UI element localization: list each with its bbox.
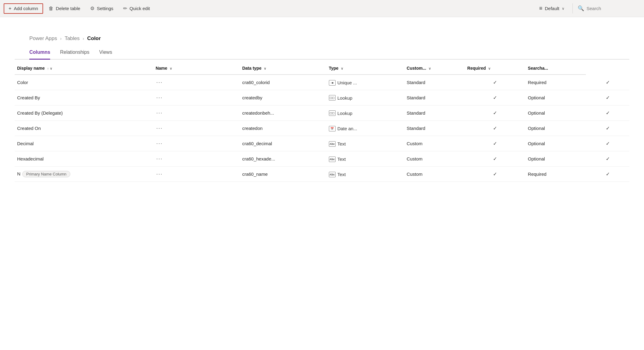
col-header-required[interactable]: Required ∨ (465, 62, 525, 75)
cell-schema-name: cra60_hexade... (240, 151, 326, 167)
chevron-down-icon: ∨ (562, 6, 565, 11)
cell-searchable: ✓ (586, 151, 629, 167)
data-type-icon: Lookup (329, 95, 352, 101)
cell-type: Standard (404, 121, 465, 136)
cell-display-name: Created By (15, 90, 153, 105)
dots-icon[interactable]: ··· (154, 125, 165, 131)
table-row: NPrimary Name Column···cra60_nameAbc Tex… (15, 167, 629, 182)
cell-required: Optional (525, 136, 586, 151)
custom-check-icon: ✓ (493, 110, 497, 116)
display-name-text: Decimal (17, 141, 34, 146)
col-header-datatype[interactable]: Data type ∨ (240, 62, 326, 75)
data-type-icon: Abc Text (329, 157, 346, 162)
chevron-datatype: ∨ (264, 67, 266, 70)
cell-dots-menu[interactable]: ··· (153, 167, 240, 182)
breadcrumb: Power Apps › Tables › Color (15, 27, 629, 46)
table-header-row: Display name ↑ ∨ Name ∨ Data type ∨ Type… (15, 62, 629, 75)
dots-icon[interactable]: ··· (154, 79, 165, 85)
data-type-icon: Abc Text (329, 172, 346, 177)
toolbar-right: ≡ Default ∨ 🔍 (535, 3, 640, 13)
cell-custom: ✓ (465, 121, 525, 136)
table-row: Color···cra60_colorid▫■ Unique ...Standa… (15, 75, 629, 90)
data-type-icon: 📅 Date an... (329, 126, 357, 131)
sort-icons-display-name: ↑ ∨ (47, 67, 52, 71)
col-header-custom[interactable]: Custom... ∨ (404, 62, 465, 75)
searchable-check-icon: ✓ (606, 171, 610, 177)
cell-display-name: Decimal (15, 136, 153, 151)
cell-data-type: 📅 Date an... (326, 121, 404, 136)
custom-check-icon: ✓ (493, 141, 497, 146)
tab-views[interactable]: Views (99, 46, 112, 60)
display-name-text: Created By (17, 95, 40, 100)
cell-dots-menu[interactable]: ··· (153, 136, 240, 151)
table-row: Hexadecimal···cra60_hexade...Abc TextCus… (15, 151, 629, 167)
cell-schema-name: cra60_name (240, 167, 326, 182)
custom-check-icon: ✓ (493, 95, 497, 100)
display-name-text: Color (17, 80, 28, 85)
breadcrumb-level1[interactable]: Power Apps (29, 35, 57, 42)
search-input[interactable] (587, 6, 635, 11)
cell-custom: ✓ (465, 75, 525, 90)
breadcrumb-level2[interactable]: Tables (64, 35, 79, 42)
tab-relationships[interactable]: Relationships (60, 46, 89, 60)
cell-type: Custom (404, 151, 465, 167)
cell-custom: ✓ (465, 136, 525, 151)
tab-columns[interactable]: Columns (29, 46, 50, 60)
cell-data-type: Abc Text (326, 151, 404, 167)
dots-icon[interactable]: ··· (154, 171, 165, 177)
cell-data-type: Abc Text (326, 136, 404, 151)
cell-dots-menu[interactable]: ··· (153, 121, 240, 136)
table-row: Created By···createdby LookupStandard✓Op… (15, 90, 629, 105)
hamburger-icon: ≡ (539, 5, 543, 12)
custom-check-icon: ✓ (493, 126, 497, 131)
searchable-check-icon: ✓ (606, 141, 610, 146)
cell-dots-menu[interactable]: ··· (153, 75, 240, 90)
cell-data-type: Lookup (326, 105, 404, 121)
data-type-icon: Abc Text (329, 141, 346, 147)
dots-icon[interactable]: ··· (154, 94, 165, 101)
display-name-text: Hexadecimal (17, 156, 44, 161)
cell-searchable: ✓ (586, 105, 629, 121)
cell-dots-menu[interactable]: ··· (153, 151, 240, 167)
cell-required: Optional (525, 105, 586, 121)
searchable-check-icon: ✓ (606, 95, 610, 100)
quick-edit-button[interactable]: ✏ Quick edit (119, 4, 154, 13)
cell-custom: ✓ (465, 105, 525, 121)
gear-icon: ⚙ (90, 6, 94, 11)
cell-data-type: Abc Text (326, 167, 404, 182)
default-label: Default (545, 6, 559, 11)
cell-searchable: ✓ (586, 90, 629, 105)
delete-table-button[interactable]: 🗑 Delete table (44, 4, 85, 13)
col-header-display-name[interactable]: Display name ↑ ∨ (15, 62, 153, 75)
col-header-name[interactable]: Name ∨ (153, 62, 240, 75)
chevron-name: ∨ (170, 67, 172, 70)
dots-icon[interactable]: ··· (154, 140, 165, 146)
cell-searchable: ✓ (586, 167, 629, 182)
dots-icon[interactable]: ··· (154, 110, 165, 116)
cell-custom: ✓ (465, 167, 525, 182)
cell-type: Standard (404, 90, 465, 105)
searchable-check-icon: ✓ (606, 80, 610, 85)
trash-icon: 🗑 (49, 6, 53, 11)
cell-dots-menu[interactable]: ··· (153, 105, 240, 121)
cell-required: Optional (525, 121, 586, 136)
cell-schema-name: cra60_decimal (240, 136, 326, 151)
breadcrumb-current: Color (87, 35, 101, 42)
cell-display-name: Color (15, 75, 153, 90)
add-column-button[interactable]: + Add column (4, 3, 43, 14)
cell-display-name: NPrimary Name Column (15, 167, 153, 182)
table-row: Created On···createdon📅 Date an...Standa… (15, 121, 629, 136)
cell-required: Optional (525, 90, 586, 105)
settings-button[interactable]: ⚙ Settings (86, 4, 118, 13)
dots-icon[interactable]: ··· (154, 156, 165, 162)
default-view-button[interactable]: ≡ Default ∨ (535, 3, 569, 13)
breadcrumb-sep2: › (83, 36, 84, 41)
cell-required: Required (525, 167, 586, 182)
cell-required: Required (525, 75, 586, 90)
col-header-type[interactable]: Type ∨ (326, 62, 404, 75)
cell-schema-name: cra60_colorid (240, 75, 326, 90)
chevron-custom: ∨ (429, 67, 431, 70)
cell-data-type: ▫■ Unique ... (326, 75, 404, 90)
cell-dots-menu[interactable]: ··· (153, 90, 240, 105)
custom-check-icon: ✓ (493, 156, 497, 161)
